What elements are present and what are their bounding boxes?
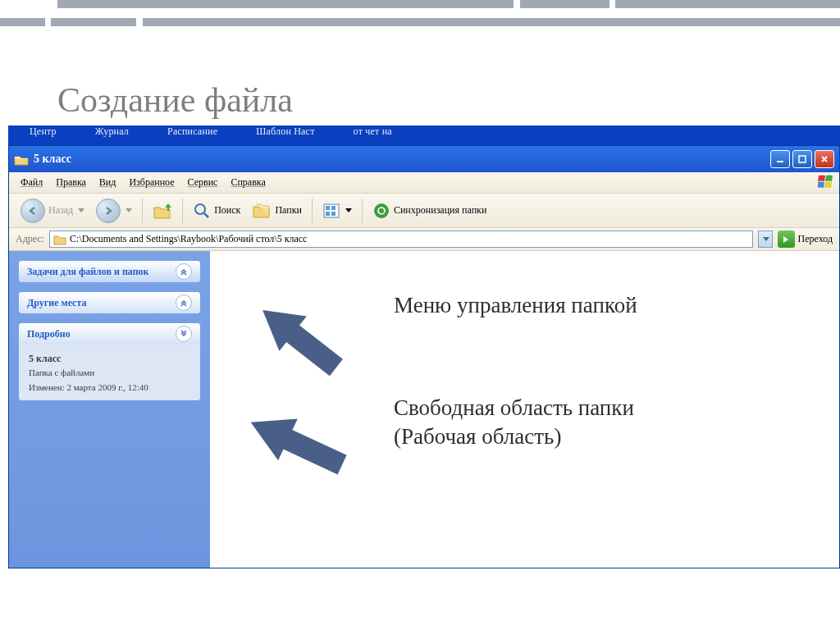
explorer-window: 5 класс Файл Правка Вид Избранное Сервис… xyxy=(8,145,840,568)
places-header[interactable]: Другие места xyxy=(19,292,200,313)
tasks-sidebar: Задачи для файлов и папок Другие места П… xyxy=(9,251,210,568)
folders-icon xyxy=(252,202,272,220)
views-icon xyxy=(322,203,340,219)
titlebar[interactable]: 5 класс xyxy=(9,146,839,172)
svg-point-2 xyxy=(195,204,205,214)
tasks-panel: Задачи для файлов и папок xyxy=(19,261,200,282)
folders-button[interactable]: Папки xyxy=(247,198,307,224)
close-button[interactable] xyxy=(815,150,834,168)
annotation-2: Свободная область папки (Рабочая область… xyxy=(394,394,689,451)
views-button[interactable] xyxy=(317,198,357,224)
menubar: Файл Правка Вид Избранное Сервис Справка xyxy=(9,172,839,194)
sync-label: Синхронизация папки xyxy=(394,204,486,217)
sync-icon xyxy=(372,202,390,220)
svg-rect-0 xyxy=(777,161,783,162)
menu-edit[interactable]: Правка xyxy=(49,175,93,190)
address-input[interactable]: C:\Documents and Settings\Raybook\Рабочи… xyxy=(49,231,752,248)
expand-icon[interactable] xyxy=(176,326,192,342)
addressbar: Адрес: C:\Documents and Settings\Raybook… xyxy=(9,228,839,251)
svg-rect-7 xyxy=(331,212,336,216)
back-label: Назад xyxy=(48,204,73,217)
svg-rect-4 xyxy=(326,206,330,210)
menu-tools[interactable]: Сервис xyxy=(181,175,225,190)
search-icon xyxy=(193,202,211,220)
maximize-button[interactable] xyxy=(792,150,812,168)
folder-icon xyxy=(14,153,29,166)
arrow-annotation-1 xyxy=(246,302,353,376)
svg-rect-6 xyxy=(326,212,330,216)
svg-rect-5 xyxy=(331,206,336,210)
taskbar-strip: Центр Журнал Расписание Шаблон Наст от ч… xyxy=(8,126,840,145)
search-button[interactable]: Поиск xyxy=(188,198,245,224)
folder-icon xyxy=(53,234,66,245)
svg-point-8 xyxy=(374,203,389,218)
slide-decor xyxy=(0,0,840,48)
details-body: 5 класс Папка с файлами Изменен: 2 марта… xyxy=(19,345,200,400)
details-header[interactable]: Подробно xyxy=(19,323,200,345)
svg-rect-1 xyxy=(799,156,806,162)
folder-up-icon xyxy=(153,201,172,221)
minimize-button[interactable] xyxy=(770,150,790,168)
collapse-icon[interactable] xyxy=(176,263,192,280)
search-label: Поиск xyxy=(214,204,240,217)
menu-favorites[interactable]: Избранное xyxy=(122,175,180,190)
slide-title: Создание файла xyxy=(57,80,293,120)
menu-help[interactable]: Справка xyxy=(224,175,272,190)
places-panel: Другие места xyxy=(19,292,200,313)
go-label: Переход xyxy=(798,233,833,245)
folders-label: Папки xyxy=(275,204,302,217)
arrow-annotation-2 xyxy=(238,402,353,484)
menu-view[interactable]: Вид xyxy=(93,175,123,190)
details-panel: Подробно 5 класс Папка с файлами Изменен… xyxy=(19,323,200,400)
forward-button[interactable] xyxy=(91,198,137,224)
address-path: C:\Documents and Settings\Raybook\Рабочи… xyxy=(70,233,307,245)
address-dropdown[interactable] xyxy=(758,231,773,248)
sync-button[interactable]: Синхронизация папки xyxy=(368,198,491,224)
menu-file[interactable]: Файл xyxy=(14,175,49,190)
address-label: Адрес: xyxy=(16,233,44,245)
up-button[interactable] xyxy=(148,198,177,224)
window-title: 5 класс xyxy=(34,153,770,166)
toolbar: Назад Поиск Папки Синхронизация папки xyxy=(9,194,839,228)
windows-logo-icon xyxy=(818,175,834,189)
go-button[interactable]: Переход xyxy=(778,231,833,248)
tasks-header[interactable]: Задачи для файлов и папок xyxy=(19,261,200,282)
back-button[interactable]: Назад xyxy=(16,198,89,224)
collapse-icon[interactable] xyxy=(176,294,192,311)
annotation-1: Меню управления папкой xyxy=(394,291,637,320)
